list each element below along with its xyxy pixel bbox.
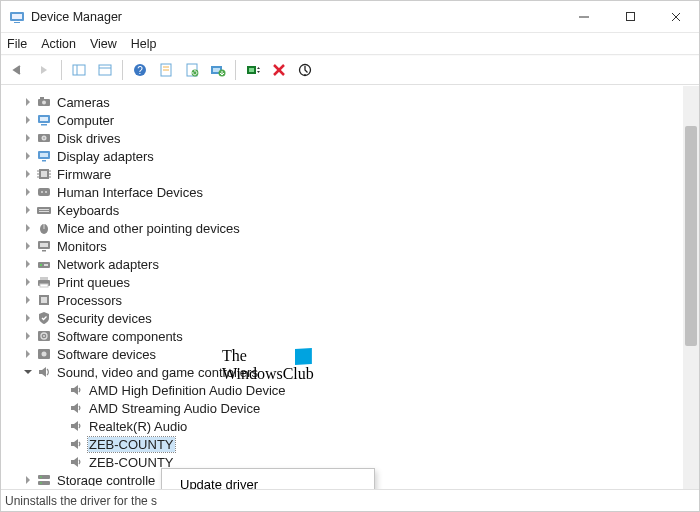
device-category[interactable]: Software devices [8, 345, 696, 363]
tree-item-label: Cameras [56, 95, 111, 110]
svg-rect-37 [42, 160, 46, 162]
device-manager-window: Device Manager File Action View Help ? C… [0, 0, 700, 512]
device-category[interactable]: Network adapters [8, 255, 696, 273]
chevron-right-icon[interactable] [22, 294, 34, 306]
uninstall-button[interactable] [268, 59, 290, 81]
device-item[interactable]: Realtek(R) Audio [8, 417, 696, 435]
chevron-down-icon[interactable] [22, 366, 34, 378]
svg-rect-49 [37, 207, 51, 214]
device-category[interactable]: Security devices [8, 309, 696, 327]
chevron-right-icon[interactable] [22, 276, 34, 288]
chevron-right-icon[interactable] [22, 474, 34, 486]
help-button[interactable]: ? [129, 59, 151, 81]
device-category[interactable]: Display adapters [8, 147, 696, 165]
chevron-right-icon[interactable] [22, 132, 34, 144]
chevron-right-icon[interactable] [22, 168, 34, 180]
chevron-right-icon[interactable] [22, 186, 34, 198]
svg-rect-22 [249, 68, 254, 72]
chevron-right-icon[interactable] [22, 150, 34, 162]
svg-rect-61 [40, 277, 48, 280]
svg-point-72 [40, 476, 42, 478]
scan-hardware-button[interactable] [242, 59, 264, 81]
tree-item-label: AMD High Definition Audio Device [88, 383, 287, 398]
tree-item-label: Software devices [56, 347, 157, 362]
device-item[interactable]: AMD Streaming Audio Device [8, 399, 696, 417]
tree-item-label: Mice and other pointing devices [56, 221, 241, 236]
window-controls [561, 1, 699, 33]
forward-button[interactable] [33, 59, 55, 81]
device-category[interactable]: Computer [8, 111, 696, 129]
speaker-icon [68, 418, 84, 434]
action-properties-button[interactable] [155, 59, 177, 81]
tree-item-label: Keyboards [56, 203, 120, 218]
menu-view[interactable]: View [90, 37, 117, 51]
svg-rect-39 [41, 171, 47, 177]
svg-point-48 [45, 191, 47, 193]
tree-item-label: Security devices [56, 311, 153, 326]
properties-button[interactable] [94, 59, 116, 81]
update-driver-button[interactable] [207, 59, 229, 81]
tree-item-label: Storage controlle [56, 473, 156, 488]
device-category[interactable]: Cameras [8, 93, 696, 111]
chevron-right-icon[interactable] [22, 114, 34, 126]
svg-text:?: ? [137, 65, 143, 76]
device-category[interactable]: Monitors [8, 237, 696, 255]
device-category[interactable]: Keyboards [8, 201, 696, 219]
minimize-button[interactable] [561, 1, 607, 33]
menu-action[interactable]: Action [41, 37, 76, 51]
device-category[interactable]: Software components [8, 327, 696, 345]
speaker-icon [68, 436, 84, 452]
menu-file[interactable]: File [7, 37, 27, 51]
svg-rect-59 [44, 264, 48, 266]
device-tree[interactable]: CamerasComputerDisk drivesDisplay adapte… [4, 89, 696, 487]
close-button[interactable] [653, 1, 699, 33]
svg-rect-36 [40, 153, 48, 157]
chevron-right-icon[interactable] [22, 258, 34, 270]
maximize-button[interactable] [607, 1, 653, 33]
tree-item-label: Display adapters [56, 149, 155, 164]
svg-rect-51 [39, 211, 49, 212]
titlebar: Device Manager [1, 1, 699, 33]
device-item[interactable]: ZEB-COUNTY [8, 435, 696, 453]
device-category[interactable]: Firmware [8, 165, 696, 183]
toolbar: ? [1, 55, 699, 85]
chevron-right-icon[interactable] [22, 330, 34, 342]
status-bar: Uninstalls the driver for the s [1, 489, 699, 511]
cpu-icon [36, 292, 52, 308]
svg-rect-64 [41, 297, 47, 303]
content-area: CamerasComputerDisk drivesDisplay adapte… [1, 85, 699, 489]
device-category[interactable]: Sound, video and game controllers [8, 363, 696, 381]
ctx-update-driver[interactable]: Update driver [162, 472, 374, 489]
device-category[interactable]: Mice and other pointing devices [8, 219, 696, 237]
tree-item-label: Monitors [56, 239, 108, 254]
chevron-right-icon[interactable] [22, 348, 34, 360]
chevron-right-icon[interactable] [22, 204, 34, 216]
chevron-right-icon[interactable] [22, 312, 34, 324]
chevron-right-icon[interactable] [22, 96, 34, 108]
svg-rect-46 [38, 188, 50, 196]
network-icon [36, 256, 52, 272]
device-category[interactable]: Processors [8, 291, 696, 309]
vertical-scrollbar[interactable] [683, 86, 699, 489]
device-category[interactable]: Disk drives [8, 129, 696, 147]
swcomp-icon [36, 328, 52, 344]
chevron-right-icon[interactable] [22, 222, 34, 234]
back-button[interactable] [7, 59, 29, 81]
tree-item-label: AMD Streaming Audio Device [88, 401, 261, 416]
scrollbar-thumb[interactable] [685, 126, 697, 346]
svg-rect-71 [38, 481, 50, 485]
menu-help[interactable]: Help [131, 37, 157, 51]
svg-point-47 [41, 191, 43, 193]
chevron-right-icon[interactable] [22, 240, 34, 252]
device-item[interactable]: AMD High Definition Audio Device [8, 381, 696, 399]
show-hide-tree-button[interactable] [68, 59, 90, 81]
enable-disable-button[interactable] [294, 59, 316, 81]
refresh-button[interactable] [181, 59, 203, 81]
device-category[interactable]: Human Interface Devices [8, 183, 696, 201]
svg-rect-28 [40, 97, 44, 100]
keyboard-icon [36, 202, 52, 218]
svg-point-58 [40, 264, 42, 266]
security-icon [36, 310, 52, 326]
device-category[interactable]: Print queues [8, 273, 696, 291]
mouse-icon [36, 220, 52, 236]
